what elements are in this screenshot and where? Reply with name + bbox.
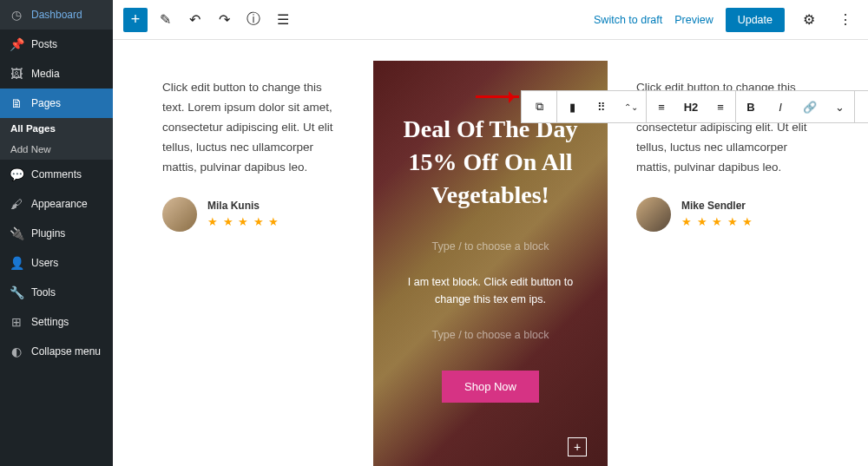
sidebar-item-settings[interactable]: ⊞Settings <box>0 307 113 337</box>
italic-button[interactable]: I <box>766 91 795 122</box>
author-name: Mila Kunis <box>207 200 279 212</box>
hero-heading[interactable]: Deal Of The Day 15% Off On All Vegetable… <box>389 113 592 211</box>
sidebar-item-tools[interactable]: 🔧Tools <box>0 278 113 307</box>
star-rating: ★ ★ ★ ★ ★ <box>681 215 753 228</box>
add-block-button[interactable]: + <box>123 8 148 32</box>
avatar <box>636 197 671 232</box>
testimonial-left: Click edit button to change this text. L… <box>149 61 358 249</box>
author-block: Mila Kunis ★ ★ ★ ★ ★ <box>162 197 345 232</box>
align-icon[interactable]: ≡ <box>647 91 676 122</box>
users-icon: 👤 <box>9 255 24 271</box>
sidebar-subitem-add-new[interactable]: Add New <box>0 139 113 160</box>
info-icon[interactable]: ⓘ <box>241 8 266 32</box>
comments-icon: 💬 <box>9 167 24 182</box>
move-arrows-icon[interactable]: ⌃⌄ <box>616 91 646 122</box>
block-toolbar: ⧉ ▮ ⠿ ⌃⌄ ≡ H2 ≡ B I 🔗 ⌄ ⋮ <box>521 90 868 123</box>
dashboard-icon: ◷ <box>9 7 24 23</box>
star-rating: ★ ★ ★ ★ ★ <box>207 215 279 228</box>
sidebar-item-appearance[interactable]: 🖌Appearance <box>0 189 113 219</box>
editor-canvas: ⧉ ▮ ⠿ ⌃⌄ ≡ H2 ≡ B I 🔗 ⌄ ⋮ Click edit but… <box>113 40 868 466</box>
more-icon[interactable]: ⋮ <box>833 8 858 32</box>
shop-now-button[interactable]: Shop Now <box>442 371 539 403</box>
pages-icon: 🗎 <box>9 95 24 111</box>
topbar-right: Switch to draft Preview Update ⚙ ⋮ <box>594 8 858 32</box>
block-placeholder[interactable]: Type / to choose a block <box>432 329 549 341</box>
more-options-icon[interactable]: ⋮ <box>855 91 868 122</box>
editor-topbar: + ✎ ↶ ↷ ⓘ ☰ Switch to draft Preview Upda… <box>113 0 868 40</box>
text-align-icon[interactable]: ≡ <box>706 91 735 122</box>
admin-sidebar: ◷Dashboard 📌Posts 🖼Media 🗎Pages All Page… <box>0 0 113 466</box>
brush-icon: 🖌 <box>9 196 24 212</box>
update-button[interactable]: Update <box>726 8 785 32</box>
sidebar-item-pages[interactable]: 🗎Pages <box>0 89 113 118</box>
outline-icon[interactable]: ☰ <box>271 8 295 32</box>
annotation-arrow <box>476 95 519 98</box>
block-placeholder[interactable]: Type / to choose a block <box>432 240 549 253</box>
media-icon: 🖼 <box>9 66 24 82</box>
sidebar-subitem-all-pages[interactable]: All Pages <box>0 118 113 139</box>
settings-icon: ⊞ <box>9 314 24 330</box>
sidebar-item-posts[interactable]: 📌Posts <box>0 30 113 59</box>
sidebar-item-dashboard[interactable]: ◷Dashboard <box>0 0 113 30</box>
sidebar-item-users[interactable]: 👤Users <box>0 248 113 278</box>
drag-handle-icon[interactable]: ⠿ <box>587 91 616 122</box>
undo-icon[interactable]: ↶ <box>182 8 207 32</box>
block-type-icon[interactable]: ▮ <box>557 91 587 122</box>
add-inner-block-button[interactable]: + <box>568 437 587 456</box>
main-area: + ✎ ↶ ↷ ⓘ ☰ Switch to draft Preview Upda… <box>113 0 868 466</box>
avatar <box>162 197 197 232</box>
tools-icon: 🔧 <box>9 285 24 300</box>
gear-icon[interactable]: ⚙ <box>797 8 821 32</box>
collapse-icon: ◐ <box>9 344 24 359</box>
testimonial-text[interactable]: Click edit button to change this text. L… <box>162 78 345 178</box>
author-block: Mike Sendler ★ ★ ★ ★ ★ <box>636 197 819 232</box>
topbar-left: + ✎ ↶ ↷ ⓘ ☰ <box>123 8 295 32</box>
pin-icon: 📌 <box>9 36 24 52</box>
sidebar-item-plugins[interactable]: 🔌Plugins <box>0 219 113 248</box>
author-name: Mike Sendler <box>681 200 753 212</box>
switch-draft-button[interactable]: Switch to draft <box>594 14 662 26</box>
plugin-icon: 🔌 <box>9 226 24 241</box>
sidebar-item-media[interactable]: 🖼Media <box>0 59 113 89</box>
testimonial-right: Click edit button to change this text. L… <box>623 61 832 249</box>
preview-button[interactable]: Preview <box>674 14 713 26</box>
sidebar-item-comments[interactable]: 💬Comments <box>0 160 113 189</box>
heading-level-button[interactable]: H2 <box>676 91 706 122</box>
redo-icon[interactable]: ↷ <box>212 8 236 32</box>
chevron-down-icon[interactable]: ⌄ <box>825 91 854 122</box>
sidebar-item-collapse[interactable]: ◐Collapse menu <box>0 337 113 366</box>
link-button[interactable]: 🔗 <box>795 91 825 122</box>
select-parent-button[interactable]: ⧉ <box>522 91 556 122</box>
hero-subtext[interactable]: I am text block. Click edit button to ch… <box>389 273 592 308</box>
bold-button[interactable]: B <box>736 91 766 122</box>
edit-icon[interactable]: ✎ <box>153 8 177 32</box>
